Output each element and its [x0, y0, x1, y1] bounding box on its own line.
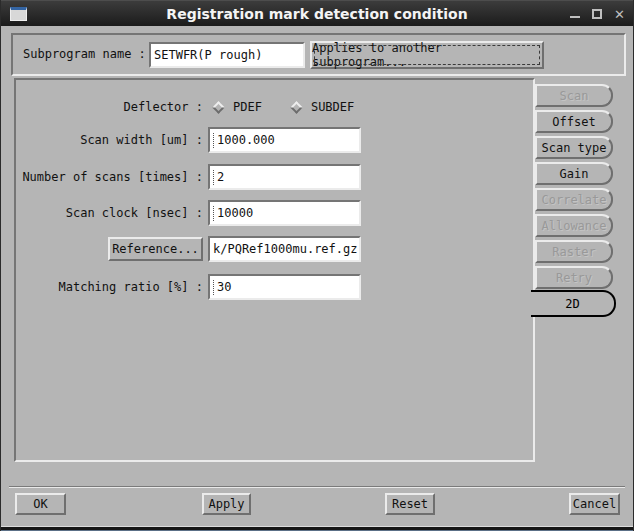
subprogram-name-label: Subprogram name :	[23, 35, 146, 74]
scan-clock-row: Scan clock [nsec] : 10000	[16, 200, 533, 226]
tab-allowance: Allowance	[535, 214, 613, 237]
minimize-icon[interactable]	[570, 16, 580, 18]
footer-separator	[9, 486, 625, 488]
scan-width-row: Scan width [um] : 1000.000	[16, 127, 533, 153]
scan-width-value: 1000.000	[217, 133, 275, 147]
tab-correlate: Correlate	[535, 188, 613, 211]
window-title: Registration mark detection condition	[1, 6, 633, 22]
tab-offset[interactable]: Offset	[535, 110, 613, 133]
reference-file-input[interactable]: k/PQRef1000mu.ref.gz	[208, 236, 361, 262]
num-scans-value: 2	[217, 170, 224, 184]
deflector-label: Deflector :	[16, 94, 203, 120]
radio-subdef-label: SUBDEF	[311, 100, 354, 114]
num-scans-input[interactable]: 2	[208, 164, 361, 190]
text-cursor	[213, 170, 215, 185]
subprogram-name-value: SETWFR(P rough)	[154, 48, 262, 62]
subprogram-name-input[interactable]: SETWFR(P rough)	[149, 42, 305, 68]
matching-ratio-row: Matching ratio [%] : 30	[16, 274, 533, 300]
scan-width-input[interactable]: 1000.000	[208, 127, 361, 153]
radio-subdef[interactable]: SUBDEF	[290, 100, 354, 114]
tab-retry: Retry	[535, 266, 613, 289]
tab-gain[interactable]: Gain	[535, 162, 613, 185]
window-icon	[10, 7, 27, 21]
text-cursor	[213, 280, 215, 295]
apply-button[interactable]: Apply	[202, 493, 251, 515]
radio-diamond-icon	[290, 101, 303, 114]
close-icon[interactable]: ✕	[614, 8, 625, 21]
text-cursor	[213, 133, 215, 148]
cancel-button[interactable]: Cancel	[569, 493, 620, 515]
tab-scan: Scan	[535, 84, 613, 107]
tab-scan-type[interactable]: Scan type	[535, 136, 613, 159]
tab-2d[interactable]: 2D	[531, 290, 616, 317]
scan-width-label: Scan width [um] :	[16, 127, 203, 153]
reference-row: Reference... k/PQRef1000mu.ref.gz	[16, 236, 533, 262]
matching-ratio-value: 30	[217, 280, 231, 294]
scan-clock-value: 10000	[217, 206, 253, 220]
matching-ratio-label: Matching ratio [%] :	[16, 274, 203, 300]
tab-raster: Raster	[535, 240, 613, 263]
reset-button[interactable]: Reset	[385, 493, 435, 515]
deflector-row: Deflector : PDEF SUBDEF	[16, 94, 533, 120]
applies-to-another-subprogram-button[interactable]: Applies to another subprogram...	[310, 41, 544, 69]
radio-diamond-icon	[212, 101, 225, 114]
matching-ratio-input[interactable]: 30	[208, 274, 361, 300]
maximize-icon[interactable]	[592, 9, 602, 19]
radio-pdef[interactable]: PDEF	[212, 100, 262, 114]
dialog-window: Registration mark detection condition ✕ …	[0, 0, 634, 531]
num-scans-row: Number of scans [times] : 2	[16, 164, 533, 190]
reference-file-value: k/PQRef1000mu.ref.gz	[213, 242, 358, 256]
reference-button[interactable]: Reference...	[108, 237, 203, 261]
title-bar[interactable]: Registration mark detection condition ✕	[1, 0, 633, 26]
scan-clock-label: Scan clock [nsec] :	[16, 200, 203, 226]
radio-pdef-label: PDEF	[233, 100, 262, 114]
text-cursor	[213, 206, 215, 221]
ok-button[interactable]: OK	[15, 493, 66, 515]
window-bottom-border	[1, 526, 633, 531]
deflector-radio-group: PDEF SUBDEF	[212, 94, 354, 120]
scan-clock-input[interactable]: 10000	[208, 200, 361, 226]
subprogram-panel: Subprogram name : SETWFR(P rough) Applie…	[11, 33, 626, 76]
num-scans-label: Number of scans [times] :	[16, 164, 203, 190]
condition-panel: Deflector : PDEF SUBDEF Scan width [um] …	[14, 78, 535, 462]
